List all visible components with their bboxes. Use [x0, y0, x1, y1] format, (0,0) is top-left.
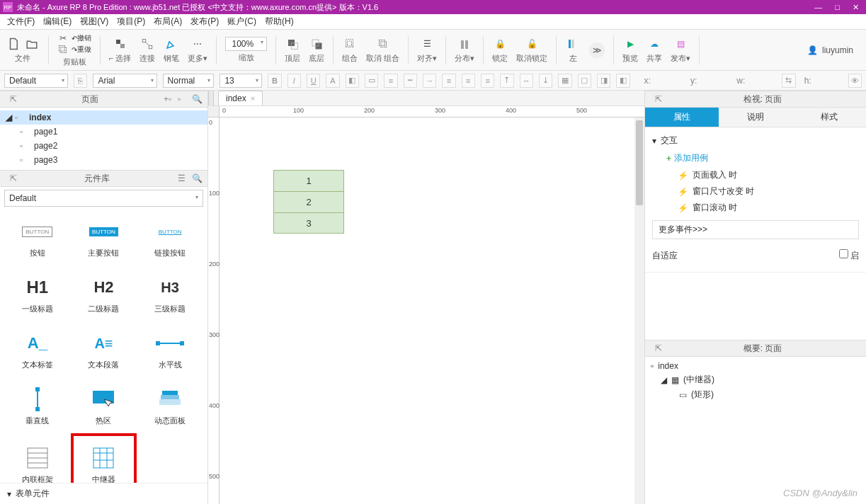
canvas-tab[interactable]: index × [218, 91, 263, 105]
widget-primary-button[interactable]: BUTTON主要按钮 [71, 210, 137, 265]
widget-hline[interactable]: 水平线 [137, 321, 203, 377]
repeater-row[interactable]: 3 [273, 212, 344, 234]
repeater-widget[interactable]: 1 2 3 [273, 170, 344, 234]
interactions-header[interactable]: ▾交互 [652, 132, 859, 149]
lock-icon[interactable]: 🔒 [492, 36, 508, 52]
page-item[interactable]: ▫page3 [0, 153, 207, 167]
pen-tool-icon[interactable] [164, 36, 179, 52]
bold-button[interactable]: B [268, 74, 281, 88]
lock-aspect-icon[interactable]: ⇆ [782, 74, 795, 88]
align-bottom[interactable]: ⤓ [539, 74, 552, 88]
italic-button[interactable]: I [287, 74, 301, 88]
widget-hotspot[interactable]: 热区 [71, 377, 137, 433]
menu-account[interactable]: 账户(C) [223, 16, 261, 28]
widget-link-button[interactable]: BUTTON链接按钮 [137, 210, 203, 265]
form-widgets-section[interactable]: ▾ 表单元件 [0, 483, 207, 504]
hidden-icon[interactable]: 👁 [848, 74, 862, 88]
border-button[interactable]: ▭ [365, 74, 378, 88]
menu-help[interactable]: 帮助(H) [261, 16, 298, 28]
widget-h2[interactable]: H2二级标题 [71, 265, 137, 321]
menu-publish[interactable]: 发布(P) [186, 16, 223, 28]
redo-button[interactable]: ↷ 重做 [72, 44, 91, 55]
align-center-text[interactable]: ≡ [462, 74, 475, 88]
ungroup-icon[interactable]: ⿻ [375, 36, 391, 52]
arrow-button[interactable]: → [423, 74, 436, 88]
widget-h1[interactable]: H1一级标题 [4, 265, 71, 321]
text-color-button[interactable]: A [326, 74, 339, 88]
outline-root[interactable]: ▫index [651, 360, 860, 372]
fill-color-button[interactable]: ◧ [346, 74, 359, 88]
event-page-load[interactable]: ⚡页面载入 时 [652, 167, 859, 183]
adaptive-checkbox[interactable]: 启 [839, 249, 859, 262]
align-left-text[interactable]: ≡ [442, 74, 455, 88]
open-folder-icon[interactable] [24, 36, 40, 52]
more-icon[interactable]: ⋯ [190, 36, 205, 52]
share-icon[interactable]: ☁ [646, 36, 662, 52]
widget-button[interactable]: BUTTON按钮 [4, 210, 71, 265]
font-combo[interactable]: Arial [93, 74, 156, 88]
align-left-icon[interactable] [565, 36, 581, 52]
list-view-icon[interactable]: ☰ [178, 173, 188, 183]
w-input[interactable] [751, 74, 776, 87]
more-tools-icon[interactable]: ≫ [589, 42, 605, 58]
fill-button[interactable]: ▦ [558, 74, 571, 88]
cut-icon[interactable]: ✂ [57, 33, 69, 44]
tab-properties[interactable]: 属性 [645, 108, 719, 127]
menu-project[interactable]: 项目(P) [113, 16, 149, 28]
repeater-row[interactable]: 2 [273, 191, 344, 212]
repeater-row[interactable]: 1 [273, 170, 344, 191]
username[interactable]: liuyumin [822, 45, 853, 55]
page-root[interactable]: ◢ ▫ index [0, 110, 207, 125]
border-outer[interactable]: ▢ [578, 74, 591, 88]
x-input[interactable] [656, 74, 682, 87]
group-icon[interactable]: ⿴ [342, 36, 358, 52]
page-item[interactable]: ▫page1 [0, 125, 207, 139]
collapse-icon[interactable]: ⇱ [655, 343, 665, 353]
page-item[interactable]: ▫page2 [0, 139, 207, 153]
shadow-inner[interactable]: ◨ [597, 74, 610, 88]
close-tab-icon[interactable]: × [251, 94, 255, 103]
weight-combo[interactable]: Normal [163, 74, 215, 88]
library-combo[interactable]: Default [4, 190, 203, 207]
vertical-scrollbar[interactable] [634, 118, 644, 504]
event-window-scroll[interactable]: ⚡窗口滚动 时 [652, 200, 859, 216]
underline-button[interactable]: U [307, 74, 320, 88]
h-input[interactable] [817, 74, 843, 87]
widget-repeater[interactable]: 中继器 [71, 433, 137, 483]
new-file-icon[interactable] [6, 36, 21, 52]
zoom-input[interactable]: 100% [225, 37, 267, 51]
align-middle[interactable]: ↔ [520, 74, 533, 88]
outline-rect[interactable]: ▭(矩形) [651, 387, 860, 402]
collapse-icon[interactable]: ⇱ [655, 94, 665, 104]
fontsize-combo[interactable]: 13 [220, 74, 262, 88]
search-pages-icon[interactable]: 🔍 [192, 94, 202, 104]
unlock-icon[interactable]: 🔓 [524, 36, 540, 52]
align-top[interactable]: ⤒ [500, 74, 513, 88]
add-case-link[interactable]: +添加用例 [652, 149, 859, 167]
tab-notes[interactable]: 说明 [719, 108, 792, 127]
align-right-text[interactable]: ≡ [481, 74, 494, 88]
design-canvas[interactable]: 1 2 3 [220, 118, 644, 504]
bring-front-icon[interactable] [285, 36, 300, 52]
add-page-icon[interactable]: +▫ [164, 94, 173, 104]
preview-icon[interactable]: ▶ [622, 36, 638, 52]
select-tool-icon[interactable] [113, 36, 128, 52]
menu-file[interactable]: 文件(F) [3, 16, 39, 28]
shadow-outer[interactable]: ◧ [616, 74, 629, 88]
send-back-icon[interactable] [309, 36, 324, 52]
style-combo[interactable]: Default [4, 74, 68, 88]
copy-icon[interactable]: ⿻ [57, 44, 69, 55]
search-widgets-icon[interactable]: 🔍 [192, 173, 202, 183]
line-style-button[interactable]: ┅ [404, 74, 417, 88]
close-button[interactable]: ✕ [853, 3, 859, 12]
menu-edit[interactable]: 编辑(E) [39, 16, 76, 28]
minimize-button[interactable]: — [814, 3, 822, 12]
menu-layout[interactable]: 布局(A) [149, 16, 186, 28]
more-events-button[interactable]: 更多事件>>> [652, 220, 859, 239]
y-input[interactable] [702, 74, 728, 87]
widget-dynamic-panel[interactable]: 动态面板 [137, 377, 203, 433]
undo-button[interactable]: ↶ 撤销 [72, 33, 91, 44]
publish-icon[interactable]: ▤ [673, 36, 688, 52]
connect-tool-icon[interactable] [139, 36, 155, 52]
tab-style[interactable]: 样式 [792, 108, 866, 127]
